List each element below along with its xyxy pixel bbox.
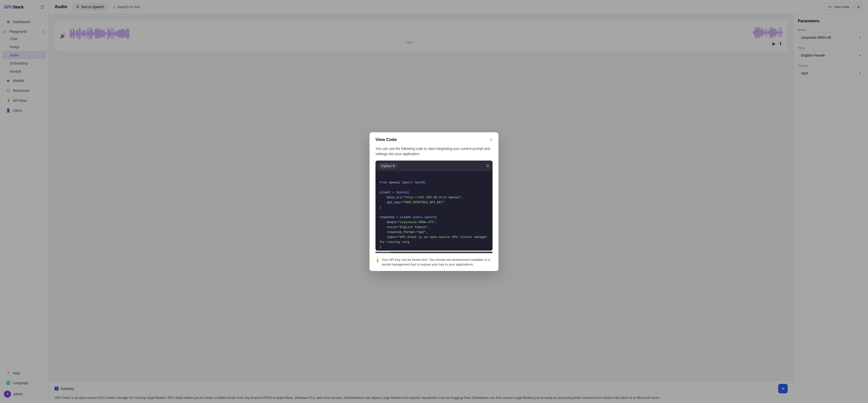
api-note-link[interactable]: here	[421, 258, 428, 262]
modal-header: View Code ×	[370, 132, 498, 146]
modal-description: You can use the following code to start …	[370, 146, 498, 161]
modal-overlay[interactable]: View Code × You can use the following co…	[0, 0, 868, 403]
language-label: Python	[381, 164, 391, 168]
code-scrollbar[interactable]	[375, 252, 493, 253]
api-note-pre: Your API Key can be found	[382, 258, 421, 262]
modal-title: View Code	[375, 137, 397, 142]
code-block: from openai import OpenAI client = OpenA…	[375, 171, 493, 251]
modal-footer: 💡 Your API Key can be found here .You sh…	[370, 253, 498, 271]
code-toolbar: Python ▾ ⧉	[375, 161, 493, 171]
code-scrollbar-thumb	[375, 252, 390, 253]
api-key-note: 💡 Your API Key can be found here .You sh…	[375, 257, 493, 267]
view-code-modal: View Code × You can use the following co…	[370, 132, 498, 271]
lightbulb-icon: 💡	[375, 258, 380, 263]
lang-chevron-icon: ▾	[393, 164, 395, 168]
modal-body: Python ▾ ⧉ from openai import OpenAI cli…	[370, 161, 498, 253]
language-selector[interactable]: Python ▾	[379, 163, 397, 169]
copy-button[interactable]: ⧉	[486, 164, 489, 168]
modal-close-button[interactable]: ×	[490, 137, 493, 142]
